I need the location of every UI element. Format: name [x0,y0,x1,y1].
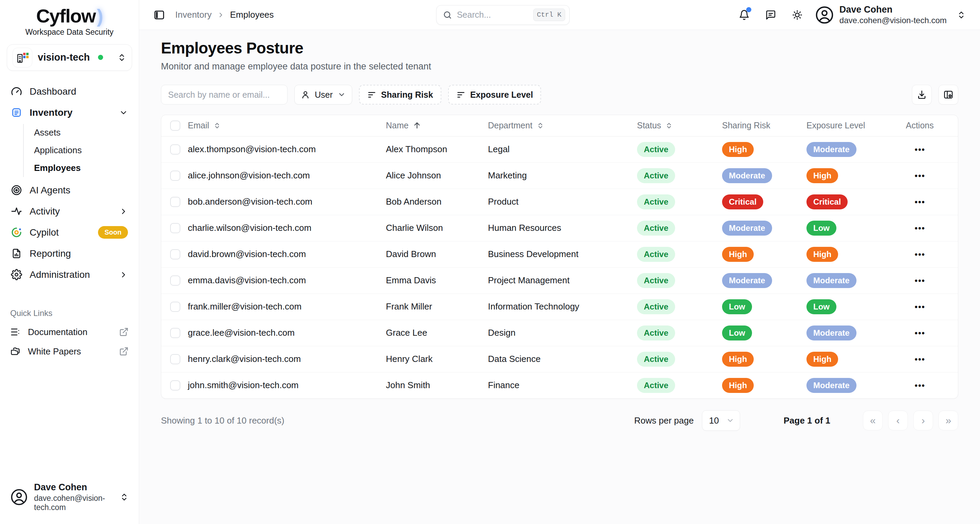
topbar-user-menu[interactable]: Dave Cohen dave.cohen@vision-tech.com [815,4,966,25]
sidebar-item-applications[interactable]: Applications [34,142,130,159]
row-checkbox[interactable] [170,223,180,233]
sidebar-item-reporting[interactable]: Reporting [9,243,130,264]
last-page-button[interactable]: » [939,411,958,430]
exposure-level-badge: Moderate [807,142,856,157]
sidebar-item-label: Dashboard [30,86,76,97]
sidebar-item-activity[interactable]: Activity [9,201,130,222]
row-checkbox[interactable] [170,380,180,390]
row-checkbox[interactable] [170,302,180,312]
notifications-button[interactable] [739,10,749,21]
rows-per-page-value: 10 [709,416,719,426]
column-header-exposure-level: Exposure Level [807,121,865,131]
row-checkbox[interactable] [170,276,180,286]
row-actions-button[interactable]: ••• [906,302,925,312]
sub-item-label: Applications [34,145,82,156]
user-type-value: User [315,90,333,100]
inventory-icon [11,107,22,118]
table-row: bob.anderson@vision-tech.comBob Anderson… [161,189,958,215]
previous-page-button[interactable]: ‹ [888,411,908,430]
row-checkbox[interactable] [170,144,180,154]
sort-chevrons-icon[interactable] [537,122,544,129]
sort-asc-arrow-icon[interactable] [413,121,421,130]
row-checkbox[interactable] [170,170,180,181]
row-actions-button[interactable]: ••• [906,145,925,154]
sharing-risk-filter-button[interactable]: Sharing Risk [359,85,441,105]
sidebar-item-employees[interactable]: Employees [34,159,130,177]
row-checkbox[interactable] [170,354,180,364]
sidebar-item-label: AI Agents [30,185,70,196]
sidebar-user-email: dave.cohen@vision-tech.com [34,494,114,513]
column-header-department: Department [488,121,533,131]
row-actions-button[interactable]: ••• [906,171,925,180]
row-actions-button[interactable]: ••• [906,276,925,285]
first-page-button[interactable]: « [863,411,883,430]
tenant-selector[interactable]: vision-tech [7,44,132,71]
cell-name: Grace Lee [386,320,488,346]
row-actions-button[interactable]: ••• [906,223,925,233]
cell-department: Legal [488,136,637,162]
column-header-actions: Actions [906,121,934,131]
row-actions-button[interactable]: ••• [906,328,925,338]
sidebar-item-administration[interactable]: Administration [9,264,130,285]
chevrons-up-down-icon [118,53,126,62]
table-row: john.smith@vision-tech.comJohn SmithFina… [161,372,958,398]
chevrons-up-down-icon [957,11,966,19]
sort-chevrons-icon[interactable] [213,122,221,129]
cell-email: alice.johnson@vision-tech.com [188,162,386,189]
sidebar-toggle-button[interactable] [153,9,165,21]
cell-name: John Smith [386,372,488,398]
breadcrumb-current: Employees [230,10,274,20]
exposure-level-filter-label: Exposure Level [470,90,533,100]
sort-chevrons-icon[interactable] [665,122,673,129]
status-badge: Active [637,142,675,157]
sidebar-item-dashboard[interactable]: Dashboard [9,81,130,102]
exposure-level-filter-button[interactable]: Exposure Level [448,85,541,105]
column-header-status: Status [637,121,661,131]
theme-toggle-button[interactable] [792,10,803,21]
row-actions-button[interactable]: ••• [906,197,925,207]
export-download-button[interactable] [912,85,932,105]
sidebar-item-cypilot[interactable]: Cypilot Soon [9,222,130,243]
sharing-risk-badge: High [722,142,754,157]
cell-name: Frank Miller [386,293,488,320]
row-checkbox[interactable] [170,197,180,207]
quick-link-documentation[interactable]: Documentation [10,327,129,338]
global-search-input[interactable]: Search... Ctrl K [436,5,570,25]
user-avatar-icon [10,488,28,506]
sharing-risk-badge: High [722,247,754,262]
sidebar-item-label: Administration [30,269,90,280]
exposure-level-badge: Low [807,299,837,314]
chat-button[interactable] [765,10,776,21]
column-settings-button[interactable] [939,85,958,105]
sharing-risk-badge: Low [722,325,752,341]
cell-department: Design [488,320,637,346]
row-actions-button[interactable]: ••• [906,354,925,364]
row-checkbox[interactable] [170,249,180,260]
select-all-checkbox[interactable] [170,121,180,131]
pagination-controls: Rows per page 10 Page 1 of 1 « ‹ › » [634,410,958,431]
user-type-dropdown[interactable]: User [294,85,352,105]
row-actions-button[interactable]: ••• [906,250,925,259]
employee-search-input[interactable]: Search by name or email... [161,85,288,105]
cell-name: Alex Thompson [386,136,488,162]
status-badge: Active [637,352,675,367]
quick-links-heading: Quick Links [10,309,129,318]
exposure-level-badge: Critical [807,194,848,209]
cell-department: Business Development [488,241,637,267]
exposure-level-badge: Moderate [807,378,856,393]
quick-link-white-papers[interactable]: White Papers [10,346,129,357]
breadcrumb-parent[interactable]: Inventory [175,10,212,20]
chevron-down-icon [726,416,734,425]
app-logo: Cyflow) [0,6,139,26]
sidebar-user-menu[interactable]: Dave Cohen dave.cohen@vision-tech.com [0,473,139,524]
sidebar-item-ai-agents[interactable]: AI Agents [9,180,130,201]
page-subtitle: Monitor and manage employee data posture… [161,61,958,72]
sidebar-item-assets[interactable]: Assets [34,124,130,142]
chevron-down-icon [119,108,128,117]
row-checkbox[interactable] [170,328,180,338]
next-page-button[interactable]: › [913,411,933,430]
row-actions-button[interactable]: ••• [906,381,925,390]
sidebar-item-inventory[interactable]: Inventory [9,102,130,123]
sharing-risk-badge: Moderate [722,168,772,183]
rows-per-page-select[interactable]: 10 [702,410,740,431]
